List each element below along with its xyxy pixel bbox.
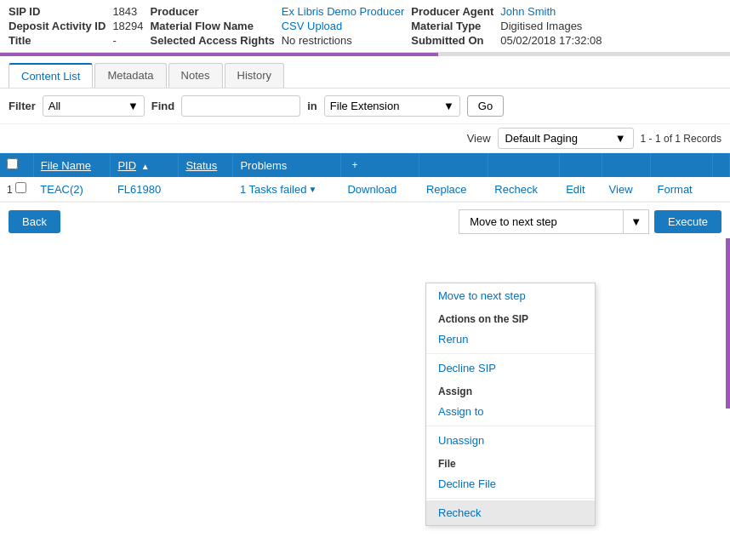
dropdown-item[interactable]: Rerun bbox=[426, 327, 595, 351]
pid-header[interactable]: PID ▲ bbox=[111, 153, 179, 177]
sip-id-value: 1843 bbox=[112, 5, 143, 18]
dropdown-item[interactable]: Assign to bbox=[426, 399, 595, 424]
back-button[interactable]: Back bbox=[9, 210, 60, 233]
pid-sort[interactable]: PID bbox=[117, 159, 136, 172]
tabs-bar: Content List Metadata Notes History bbox=[0, 56, 730, 89]
title-label: Title bbox=[9, 34, 106, 47]
edit-cell: Edit bbox=[559, 177, 602, 202]
view-bar: View Default Paging ▼ 1 - 1 of 1 Records bbox=[0, 124, 730, 153]
row-num-cell: 1 bbox=[0, 177, 33, 202]
format-cell: Format bbox=[651, 177, 713, 202]
filter-select[interactable]: All ▼ bbox=[43, 95, 145, 117]
find-input[interactable] bbox=[181, 95, 300, 117]
col7-header bbox=[488, 153, 559, 177]
deposit-label: Deposit Activity ID bbox=[9, 20, 106, 32]
dropdown-section-header: Assign bbox=[426, 380, 595, 399]
status-cell bbox=[179, 177, 233, 202]
table-row: 1 TEAC(2) FL61980 1 Tasks failed ▼ bbox=[0, 177, 730, 202]
title-value: - bbox=[112, 34, 143, 47]
producer-agent-value[interactable]: John Smith bbox=[500, 5, 602, 18]
tab-notes[interactable]: Notes bbox=[168, 63, 223, 88]
find-label: Find bbox=[151, 100, 174, 112]
dropdown-section-header: File bbox=[426, 453, 595, 471]
add-header[interactable]: + bbox=[340, 153, 419, 177]
action-bar: Back ▼ Execute bbox=[0, 202, 730, 241]
pid-sort-arrow: ▲ bbox=[141, 162, 150, 171]
dropdown-item[interactable]: Unassign bbox=[426, 428, 595, 453]
in-label: in bbox=[307, 100, 317, 112]
select-all-checkbox[interactable] bbox=[7, 158, 18, 169]
in-select[interactable]: File Extension ▼ bbox=[324, 95, 460, 117]
replace-link[interactable]: Replace bbox=[426, 183, 467, 196]
dropdown-item[interactable]: Decline SIP bbox=[426, 356, 595, 380]
dropdown-item[interactable]: Recheck bbox=[426, 500, 595, 525]
problems-cell: 1 Tasks failed ▼ bbox=[233, 177, 340, 202]
edit-link[interactable]: Edit bbox=[566, 183, 585, 196]
info-grid: SIP ID 1843 Producer Ex Libris Demo Prod… bbox=[9, 5, 602, 47]
material-type-value: Digitised Images bbox=[500, 20, 602, 32]
pid-cell: FL61980 bbox=[111, 177, 179, 202]
step-select-container: ▼ Execute bbox=[459, 209, 721, 234]
status-header[interactable]: Status bbox=[179, 153, 233, 177]
producer-value[interactable]: Ex Libris Demo Producer bbox=[282, 5, 405, 18]
filename-link[interactable]: TEAC(2) bbox=[40, 183, 83, 196]
filter-bar: Filter All ▼ Find in File Extension ▼ Go bbox=[0, 89, 730, 124]
in-value: File Extension bbox=[330, 100, 400, 112]
filter-label: Filter bbox=[9, 100, 36, 112]
filename-header[interactable]: File Name bbox=[33, 153, 111, 177]
col10-header bbox=[651, 153, 713, 177]
view-label: View bbox=[467, 132, 491, 145]
deposit-value: 18294 bbox=[112, 20, 143, 32]
execute-button[interactable]: Execute bbox=[654, 210, 721, 233]
view-select[interactable]: Default Paging ▼ bbox=[498, 128, 634, 149]
row-number: 1 bbox=[7, 184, 13, 196]
dropdown-item[interactable]: Move to next step bbox=[426, 283, 595, 308]
view-value: Default Paging bbox=[505, 132, 578, 145]
select-all-header bbox=[0, 153, 33, 177]
table-container: File Name PID ▲ Status Problems + bbox=[0, 153, 730, 202]
tab-content-list[interactable]: Content List bbox=[9, 63, 93, 88]
step-dropdown-button[interactable]: ▼ bbox=[624, 209, 649, 234]
submitted-on-value: 05/02/2018 17:32:08 bbox=[500, 34, 602, 47]
dropdown-divider bbox=[426, 498, 595, 499]
col8-header bbox=[559, 153, 602, 177]
add-column-icon[interactable]: + bbox=[348, 158, 362, 172]
info-bar: SIP ID 1843 Producer Ex Libris Demo Prod… bbox=[0, 0, 730, 53]
download-link[interactable]: Download bbox=[347, 183, 396, 196]
dropdown-section-header: Actions on the SIP bbox=[426, 308, 595, 327]
content-table: File Name PID ▲ Status Problems + bbox=[0, 153, 730, 202]
dropdown-menu: Move to next stepActions on the SIPRerun… bbox=[425, 283, 596, 526]
access-rights-label: Selected Access Rights bbox=[151, 34, 275, 47]
download-cell: Download bbox=[340, 177, 419, 202]
producer-label: Producer bbox=[151, 5, 275, 18]
step-select-input[interactable] bbox=[459, 209, 624, 234]
in-chevron-icon: ▼ bbox=[443, 100, 454, 112]
right-scroll-bar[interactable] bbox=[726, 238, 730, 409]
row-checkbox[interactable] bbox=[15, 182, 26, 193]
tasks-failed-badge[interactable]: 1 Tasks failed ▼ bbox=[240, 183, 334, 196]
status-sort[interactable]: Status bbox=[185, 159, 217, 172]
view-link[interactable]: View bbox=[609, 183, 633, 196]
filename-sort[interactable]: File Name bbox=[41, 159, 91, 172]
submitted-on-label: Submitted On bbox=[411, 34, 493, 47]
view-chevron-icon: ▼ bbox=[615, 132, 626, 145]
tasks-failed-arrow: ▼ bbox=[308, 185, 317, 194]
filename-cell: TEAC(2) bbox=[33, 177, 111, 202]
material-flow-value[interactable]: CSV Upload bbox=[282, 20, 405, 32]
view-cell: View bbox=[602, 177, 651, 202]
dropdown-item[interactable]: Decline File bbox=[426, 471, 595, 496]
col6-header bbox=[419, 153, 488, 177]
tab-metadata[interactable]: Metadata bbox=[94, 63, 166, 88]
go-button[interactable]: Go bbox=[467, 95, 504, 117]
tab-history[interactable]: History bbox=[225, 63, 284, 88]
col11-header bbox=[712, 153, 729, 177]
material-type-label: Material Type bbox=[411, 20, 493, 32]
tasks-failed-text: 1 Tasks failed bbox=[240, 183, 307, 196]
replace-cell: Replace bbox=[419, 177, 488, 202]
format-link[interactable]: Format bbox=[658, 183, 693, 196]
filter-value: All bbox=[48, 100, 60, 112]
step-dropdown-arrow-icon: ▼ bbox=[630, 215, 642, 228]
access-rights-value: No restrictions bbox=[282, 34, 405, 47]
pid-link[interactable]: FL61980 bbox=[117, 183, 161, 196]
recheck-link[interactable]: Recheck bbox=[494, 183, 538, 196]
